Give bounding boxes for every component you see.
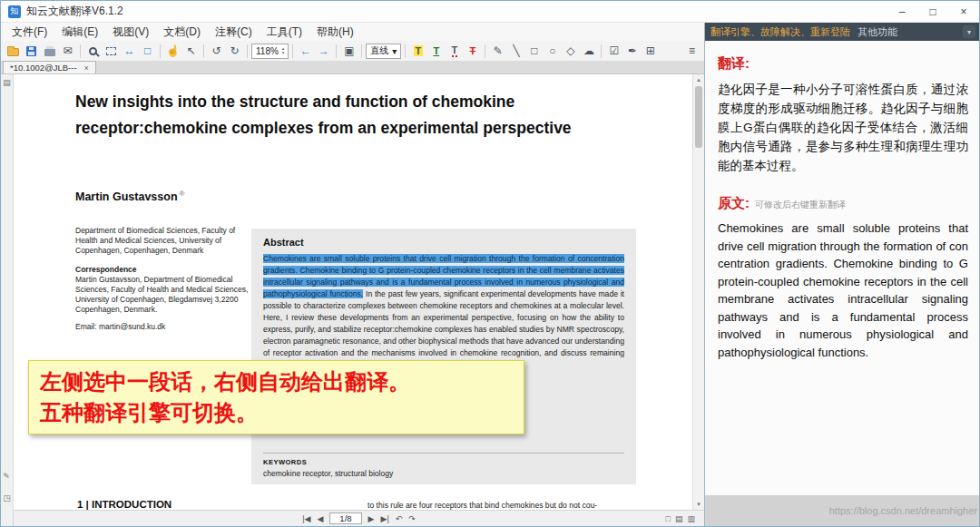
rectangle-tool-button[interactable]: □ [525,43,543,60]
scroll-up-icon[interactable]: ▲ [693,74,704,85]
close-button[interactable]: × [948,1,979,22]
spinner-down-icon: ▾ [282,51,285,55]
attachment-panel-icon[interactable]: ◳ [3,493,11,503]
previous-page-button[interactable]: ◀ [317,514,323,523]
highlight-icon: T [414,45,424,56]
last-page-button[interactable]: ▶| [380,514,388,523]
menu-help[interactable]: 帮助(H) [309,23,361,41]
facing-layout-icon[interactable]: ▥ [687,514,695,523]
zoom-spinner[interactable]: ▴▾ [282,46,285,55]
next-view-button[interactable]: ↷ [408,514,416,523]
rotate-right-icon: ↻ [230,44,239,57]
document-page[interactable]: New insights into the structure and func… [14,74,692,510]
arrow-left-icon: ← [300,44,311,57]
original-text[interactable]: Chemokines are small soluble proteins th… [718,220,968,361]
translation-text: 趋化因子是一种小分子可溶性蛋白质，通过浓度梯度的形成驱动细胞迁移。趋化因子与细胞… [718,80,968,175]
select-tool-button[interactable]: ↖ [182,43,200,60]
document-scrollbar[interactable]: ▲ ▼ [692,74,704,510]
rotate-left-button[interactable]: ↺ [208,43,225,60]
scrollbar-thumb[interactable] [695,86,702,148]
maximize-button[interactable]: □ [917,1,948,22]
correspondence-text: Martin Gustavsson, Department of Biomedi… [75,275,253,315]
next-page-button[interactable]: → [315,43,332,60]
more-tools-button[interactable]: ≡ [683,43,701,60]
page-number-field[interactable]: 1/8 [329,512,361,524]
annotate-panel-icon[interactable]: ✎ [3,472,11,481]
rotate-left-icon: ↺ [211,44,220,57]
squiggly-text-button[interactable]: T [446,43,463,60]
fit-width-button[interactable]: ↔ [121,43,138,60]
watermark-text: https://blog.csdn.net/dreamhigher [829,505,977,516]
toolbar-separator [405,44,406,58]
zoom-tool-button[interactable] [84,43,102,60]
document-tab[interactable]: *10.1002@JLB--- × [3,61,96,73]
note-icon: ⊞ [646,44,655,57]
select-arrow-icon: ↖ [186,44,195,57]
ellipse-icon: ○ [549,44,555,57]
engine-menu-items[interactable]: 翻译引擎、故障解决、重新登陆 [710,25,850,39]
highlight-text-button[interactable]: T [409,43,426,60]
fit-page-button[interactable]: □ [139,43,156,60]
strikeout-text-button[interactable]: T [464,43,481,60]
rectangle-icon: □ [531,44,537,57]
orcid-icon: ® [180,190,185,198]
correspondence-label: Correspondence [75,265,253,275]
menu-file[interactable]: 文件(F) [5,23,54,41]
hand-icon: ☝ [166,44,180,57]
open-file-button[interactable] [5,43,22,60]
menu-comment[interactable]: 注释(C) [208,23,260,41]
paper-author: Martin Gustavsson® [75,190,184,203]
previous-page-button[interactable]: ← [297,43,314,60]
underline-text-button[interactable]: T [427,43,445,60]
abstract-rest-text: In the past few years, significant exper… [263,289,624,369]
caret-down-icon: ▾ [392,46,397,56]
fit-page-icon: □ [144,44,151,57]
polygon-tool-button[interactable]: ◇ [562,43,579,60]
other-functions-menu[interactable]: 其他功能 [858,25,897,39]
left-panel-strip: ▤ ✎ ◳ [1,74,14,526]
magnifier-icon [89,47,97,55]
keywords-text: chemokine receptor, structural biology [263,469,624,478]
menu-view[interactable]: 视图(V) [105,23,156,41]
menu-edit[interactable]: 编辑(E) [54,23,105,41]
original-hint: 可修改后右键重新翻译 [755,199,846,211]
signature-icon: ✒ [628,44,637,57]
minimize-button[interactable]: – [887,1,917,22]
stamp-icon: ☑ [610,44,620,57]
note-button[interactable]: ⊞ [642,43,659,60]
panels-toggle-icon[interactable]: ▤ [3,78,11,87]
next-page-button[interactable]: ▶ [368,514,375,523]
rotate-right-button[interactable]: ↻ [226,43,243,60]
marquee-icon [106,47,116,55]
continuous-layout-icon[interactable]: ▤ [675,514,683,523]
hand-tool-button[interactable]: ☝ [164,43,181,60]
line-tool-button[interactable]: ╲ [507,43,524,60]
pencil-tool-button[interactable]: ✎ [489,43,506,60]
panel-dropdown-icon[interactable]: ▾ [963,25,975,38]
more-icon: ≡ [689,44,695,57]
toolbar-separator [203,44,204,58]
menu-document[interactable]: 文档(D) [156,23,208,41]
cloud-icon: ☁ [583,44,594,57]
cloud-tool-button[interactable]: ☁ [580,43,597,60]
signature-button[interactable]: ✒ [623,43,641,60]
zoom-level-combo[interactable]: 118% ▴▾ [251,44,289,59]
menu-tools[interactable]: 工具(T) [260,23,309,41]
scroll-down-icon[interactable]: ▼ [693,499,704,510]
paper-title: New insights into the structure and func… [75,89,588,142]
email-button[interactable]: ✉ [59,43,76,60]
ellipse-tool-button[interactable]: ○ [544,43,561,60]
marquee-zoom-button[interactable] [103,43,120,60]
snapshot-icon: ▣ [344,44,354,57]
previous-view-button[interactable]: ↶ [396,514,403,523]
stamp-button[interactable]: ☑ [605,43,622,60]
single-page-layout-icon[interactable]: □ [666,514,671,523]
print-button[interactable] [41,43,58,60]
toolbar-separator [80,44,81,58]
first-page-button[interactable]: |◀ [302,514,310,523]
save-button[interactable] [23,43,40,60]
abstract-text[interactable]: Chemokines are small soluble proteins th… [263,253,624,371]
tab-close-icon[interactable]: × [84,63,89,73]
shape-tool-combo[interactable]: 直线 ▾ [366,44,401,59]
snapshot-button[interactable]: ▣ [340,43,358,60]
